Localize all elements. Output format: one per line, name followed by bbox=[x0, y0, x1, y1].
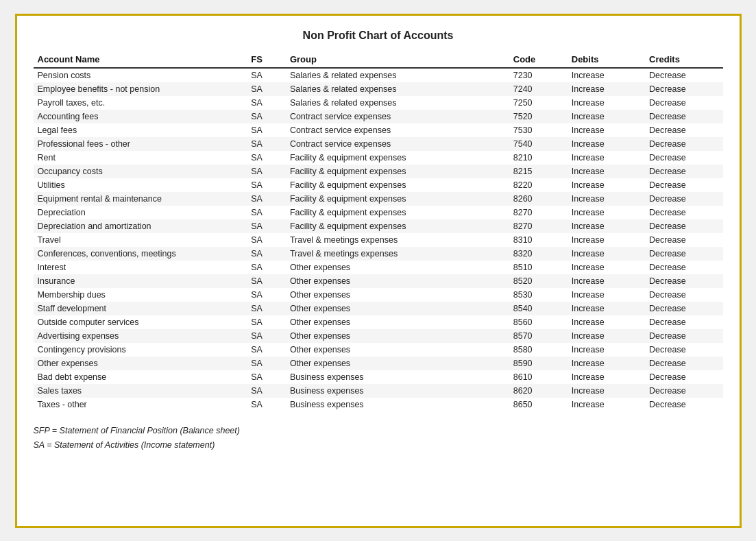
table-row: Payroll taxes, etc. SA Salaries & relate… bbox=[34, 96, 723, 110]
cell-code: 8650 bbox=[509, 398, 568, 411]
cell-code: 8620 bbox=[509, 384, 568, 398]
cell-debits: Increase bbox=[568, 96, 645, 110]
table-row: Occupancy costs SA Facility & equipment … bbox=[34, 165, 723, 178]
cell-credits: Decrease bbox=[645, 96, 722, 110]
cell-debits: Increase bbox=[568, 233, 645, 247]
cell-group: Other expenses bbox=[286, 315, 509, 329]
cell-code: 8210 bbox=[509, 151, 568, 165]
cell-code: 8610 bbox=[509, 370, 568, 384]
cell-credits: Decrease bbox=[645, 357, 722, 370]
cell-debits: Increase bbox=[568, 82, 645, 96]
cell-fs: SA bbox=[247, 233, 286, 247]
cell-code: 7230 bbox=[509, 68, 568, 82]
cell-name: Other expenses bbox=[34, 357, 247, 370]
cell-fs: SA bbox=[247, 288, 286, 302]
cell-code: 8530 bbox=[509, 288, 568, 302]
table-row: Conferences, conventions, meetings SA Tr… bbox=[34, 247, 723, 261]
table-row: Travel SA Travel & meetings expenses 831… bbox=[34, 233, 723, 247]
cell-code: 8510 bbox=[509, 261, 568, 274]
cell-credits: Decrease bbox=[645, 302, 722, 315]
cell-debits: Increase bbox=[568, 288, 645, 302]
cell-credits: Decrease bbox=[645, 261, 722, 274]
cell-debits: Increase bbox=[568, 178, 645, 192]
footnote-sa: SA = Statement of Activities (Income sta… bbox=[34, 438, 723, 453]
table-row: Depreciation and amortization SA Facilit… bbox=[34, 219, 723, 233]
cell-code: 8590 bbox=[509, 357, 568, 370]
footnotes: SFP = Statement of Financial Position (B… bbox=[34, 424, 723, 453]
cell-credits: Decrease bbox=[645, 288, 722, 302]
cell-group: Other expenses bbox=[286, 288, 509, 302]
cell-fs: SA bbox=[247, 329, 286, 343]
cell-debits: Increase bbox=[568, 206, 645, 219]
cell-group: Salaries & related expenses bbox=[286, 68, 509, 82]
table-row: Employee benefits - not pension SA Salar… bbox=[34, 82, 723, 96]
cell-fs: SA bbox=[247, 165, 286, 178]
table-row: Bad debt expense SA Business expenses 86… bbox=[34, 370, 723, 384]
cell-group: Facility & equipment expenses bbox=[286, 178, 509, 192]
cell-group: Contract service expenses bbox=[286, 123, 509, 137]
cell-code: 7250 bbox=[509, 96, 568, 110]
cell-credits: Decrease bbox=[645, 82, 722, 96]
cell-debits: Increase bbox=[568, 137, 645, 151]
cell-name: Accounting fees bbox=[34, 110, 247, 123]
table-row: Accounting fees SA Contract service expe… bbox=[34, 110, 723, 123]
cell-name: Outside computer services bbox=[34, 315, 247, 329]
cell-fs: SA bbox=[247, 247, 286, 261]
cell-group: Other expenses bbox=[286, 329, 509, 343]
cell-credits: Decrease bbox=[645, 68, 722, 82]
cell-group: Other expenses bbox=[286, 274, 509, 288]
cell-fs: SA bbox=[247, 123, 286, 137]
cell-fs: SA bbox=[247, 370, 286, 384]
table-row: Outside computer services SA Other expen… bbox=[34, 315, 723, 329]
cell-group: Facility & equipment expenses bbox=[286, 219, 509, 233]
cell-fs: SA bbox=[247, 357, 286, 370]
cell-group: Salaries & related expenses bbox=[286, 82, 509, 96]
cell-debits: Increase bbox=[568, 261, 645, 274]
cell-code: 8540 bbox=[509, 302, 568, 315]
header-group: Group bbox=[286, 51, 509, 68]
cell-credits: Decrease bbox=[645, 247, 722, 261]
cell-name: Contingency provisions bbox=[34, 343, 247, 357]
cell-debits: Increase bbox=[568, 165, 645, 178]
cell-debits: Increase bbox=[568, 384, 645, 398]
table-row: Interest SA Other expenses 8510 Increase… bbox=[34, 261, 723, 274]
cell-fs: SA bbox=[247, 96, 286, 110]
cell-name: Depreciation bbox=[34, 206, 247, 219]
cell-debits: Increase bbox=[568, 68, 645, 82]
cell-debits: Increase bbox=[568, 357, 645, 370]
cell-debits: Increase bbox=[568, 219, 645, 233]
cell-credits: Decrease bbox=[645, 315, 722, 329]
cell-fs: SA bbox=[247, 68, 286, 82]
cell-name: Legal fees bbox=[34, 123, 247, 137]
cell-group: Other expenses bbox=[286, 302, 509, 315]
cell-credits: Decrease bbox=[645, 178, 722, 192]
cell-code: 8570 bbox=[509, 329, 568, 343]
cell-name: Equipment rental & maintenance bbox=[34, 192, 247, 206]
page-title: Non Profit Chart of Accounts bbox=[34, 29, 723, 42]
cell-code: 8270 bbox=[509, 206, 568, 219]
cell-code: 8560 bbox=[509, 315, 568, 329]
cell-group: Business expenses bbox=[286, 370, 509, 384]
table-row: Pension costs SA Salaries & related expe… bbox=[34, 68, 723, 82]
cell-fs: SA bbox=[247, 206, 286, 219]
cell-credits: Decrease bbox=[645, 370, 722, 384]
cell-fs: SA bbox=[247, 274, 286, 288]
header-code: Code bbox=[509, 51, 568, 68]
cell-group: Travel & meetings expenses bbox=[286, 233, 509, 247]
cell-code: 8270 bbox=[509, 219, 568, 233]
cell-fs: SA bbox=[247, 192, 286, 206]
cell-name: Staff development bbox=[34, 302, 247, 315]
cell-name: Membership dues bbox=[34, 288, 247, 302]
cell-credits: Decrease bbox=[645, 398, 722, 411]
cell-name: Sales taxes bbox=[34, 384, 247, 398]
cell-name: Professional fees - other bbox=[34, 137, 247, 151]
cell-group: Other expenses bbox=[286, 357, 509, 370]
cell-credits: Decrease bbox=[645, 192, 722, 206]
cell-debits: Increase bbox=[568, 343, 645, 357]
cell-credits: Decrease bbox=[645, 329, 722, 343]
cell-code: 8310 bbox=[509, 233, 568, 247]
cell-name: Taxes - other bbox=[34, 398, 247, 411]
cell-credits: Decrease bbox=[645, 219, 722, 233]
cell-fs: SA bbox=[247, 261, 286, 274]
cell-debits: Increase bbox=[568, 274, 645, 288]
